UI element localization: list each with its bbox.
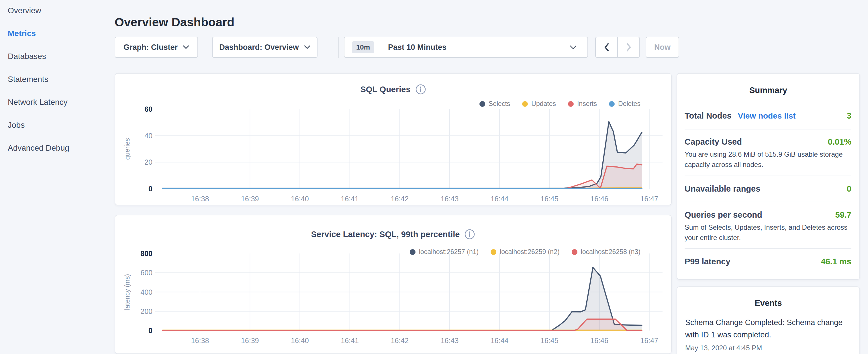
summary-title: Summary: [677, 86, 859, 95]
page-title: Overview Dashboard: [115, 15, 235, 29]
x-tick-label: 16:38: [191, 195, 209, 203]
queries-per-second-label: Queries per second: [685, 210, 762, 220]
dashboard-dropdown[interactable]: Dashboard: Overview: [212, 37, 317, 58]
events-title: Events: [677, 298, 859, 308]
events-panel: Events Schema Change Completed: Schema c…: [677, 286, 860, 354]
p99-latency-label: P99 latency: [685, 257, 731, 266]
graph-scope-label: Graph: Cluster: [124, 43, 178, 52]
p99-latency-value: 46.1 ms: [821, 257, 851, 266]
sql-queries-chart-card: SQL Queries SelectsUpdatesInsertsDeletes…: [115, 73, 672, 205]
x-tick-label: 16:43: [441, 195, 459, 203]
event-timestamp: May 13, 2020 at 4:45 PM: [685, 344, 762, 352]
x-tick-label: 16:41: [341, 336, 359, 345]
queries-per-second-value: 59.7: [835, 210, 851, 220]
sidebar-item-jobs[interactable]: Jobs: [8, 121, 69, 129]
x-tick-label: 16:45: [540, 195, 559, 203]
y-tick-label: 600: [141, 269, 152, 277]
y-tick-label: 0: [149, 326, 152, 334]
time-back-button[interactable]: [595, 37, 618, 58]
x-tick-label: 16:46: [590, 336, 608, 345]
capacity-used-value: 0.01%: [828, 137, 851, 147]
y-tick-label: 400: [141, 288, 152, 296]
y-tick-label: 40: [145, 132, 152, 140]
dashboard-label: Dashboard: Overview: [219, 43, 299, 52]
x-tick-label: 16:39: [241, 336, 259, 345]
y-axis-unit-label: queries: [124, 138, 131, 160]
divider: [685, 129, 851, 129]
unavailable-ranges-label: Unavailable ranges: [685, 184, 760, 194]
x-tick-label: 16:40: [291, 336, 309, 345]
x-tick-label: 16:42: [391, 336, 409, 345]
x-tick-label: 16:40: [291, 195, 309, 203]
time-range-label: Past 10 Minutes: [388, 43, 446, 52]
y-tick-label: 60: [145, 105, 152, 113]
chevron-down-icon: [183, 45, 189, 49]
chevron-left-icon: [603, 42, 610, 52]
summary-panel: Summary Total Nodes View nodes list 3 Ca…: [677, 73, 860, 280]
sql-queries-plot: 020406016:3816:3916:4016:4116:4216:4316:…: [115, 74, 672, 206]
series-area-inserts: [162, 164, 642, 189]
x-tick-label: 16:38: [191, 336, 209, 345]
event-message[interactable]: Schema Change Completed: Schema change w…: [685, 317, 852, 341]
x-tick-label: 16:39: [241, 195, 259, 203]
sidebar-item-overview[interactable]: Overview: [8, 6, 69, 14]
time-range-dropdown[interactable]: 10m Past 10 Minutes: [344, 37, 588, 58]
now-button[interactable]: Now: [646, 37, 679, 58]
unavailable-ranges-value: 0: [847, 184, 851, 194]
x-tick-label: 16:46: [590, 195, 608, 203]
series-line-selects: [162, 122, 642, 189]
x-tick-label: 16:43: [441, 336, 459, 345]
now-button-label: Now: [654, 43, 671, 52]
time-forward-button[interactable]: [618, 37, 640, 58]
y-tick-label: 200: [141, 307, 152, 315]
divider: [685, 248, 851, 249]
series-area-selects: [162, 122, 642, 189]
sidebar-item-advanced-debug[interactable]: Advanced Debug: [8, 144, 69, 152]
total-nodes-label: Total Nodes: [685, 111, 732, 121]
capacity-used-description: You are using 28.6 MiB of 515.9 GiB usab…: [685, 149, 852, 170]
graph-scope-dropdown[interactable]: Graph: Cluster: [115, 37, 198, 58]
sidebar-item-metrics[interactable]: Metrics: [8, 29, 69, 37]
chevron-right-icon: [625, 42, 632, 52]
x-tick-label: 16:47: [641, 195, 658, 203]
x-tick-label: 16:47: [641, 336, 658, 345]
time-step-buttons: [595, 37, 640, 58]
x-tick-label: 16:45: [540, 336, 559, 345]
service-latency-chart-card: Service Latency: SQL, 99th percentile lo…: [115, 215, 672, 354]
x-tick-label: 16:44: [491, 336, 509, 345]
x-tick-label: 16:41: [341, 195, 359, 203]
controls-divider: [338, 37, 339, 58]
divider: [685, 202, 851, 202]
service-latency-plot: 020040060080016:3816:3916:4016:4116:4216…: [115, 215, 672, 354]
y-tick-label: 800: [141, 250, 152, 257]
sidebar-item-databases[interactable]: Databases: [8, 52, 69, 60]
total-nodes-value: 3: [847, 111, 851, 121]
view-nodes-list-link[interactable]: View nodes list: [738, 111, 796, 121]
chevron-down-icon: [304, 45, 310, 49]
time-range-badge: 10m: [352, 41, 374, 53]
capacity-used-label: Capacity Used: [685, 137, 742, 147]
series-line-inserts: [162, 164, 642, 189]
y-tick-label: 20: [145, 158, 152, 166]
queries-per-second-description: Sum of Selects, Updates, Inserts, and De…: [685, 222, 852, 243]
divider: [685, 175, 851, 176]
sidebar: Overview Metrics Databases Statements Ne…: [8, 6, 69, 152]
y-axis-unit-label: latency (ms): [124, 274, 131, 310]
chevron-down-icon: [570, 45, 577, 50]
x-tick-label: 16:44: [491, 195, 509, 203]
y-tick-label: 0: [149, 185, 152, 193]
series-area-localhost-26257-n1: [162, 267, 642, 330]
x-tick-label: 16:42: [391, 195, 409, 203]
sidebar-item-network-latency[interactable]: Network Latency: [8, 98, 69, 106]
sidebar-item-statements[interactable]: Statements: [8, 75, 69, 83]
